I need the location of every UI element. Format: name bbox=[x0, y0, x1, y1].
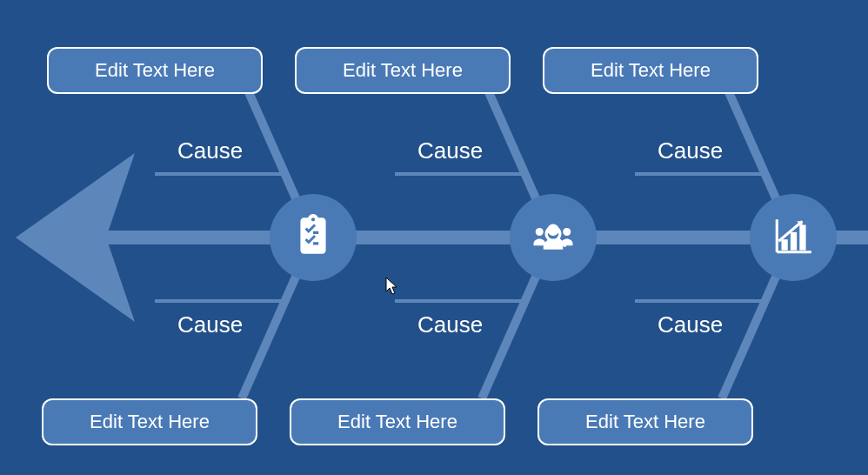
svg-rect-21 bbox=[781, 239, 787, 251]
fishbone-diagram: Edit Text Here Edit Text Here Edit Text … bbox=[0, 0, 868, 475]
mouse-cursor-icon bbox=[385, 277, 397, 294]
cause-label-top-1: Cause bbox=[177, 137, 243, 164]
svg-point-15 bbox=[563, 228, 571, 236]
svg-rect-22 bbox=[791, 232, 797, 251]
cause-box-top-1[interactable]: Edit Text Here bbox=[47, 47, 263, 94]
node-people-search[interactable] bbox=[510, 194, 597, 281]
cause-box-bottom-2[interactable]: Edit Text Here bbox=[290, 398, 505, 445]
cause-label-bottom-1: Cause bbox=[177, 311, 243, 338]
svg-marker-1 bbox=[16, 153, 135, 322]
cause-box-bottom-1[interactable]: Edit Text Here bbox=[42, 398, 257, 445]
bar-chart-arrow-icon bbox=[771, 214, 815, 261]
cause-box-bottom-3[interactable]: Edit Text Here bbox=[537, 398, 753, 445]
cause-box-top-2[interactable]: Edit Text Here bbox=[295, 47, 511, 94]
cause-label-top-3: Cause bbox=[658, 137, 723, 164]
node-bar-chart[interactable] bbox=[750, 194, 837, 281]
cause-label-bottom-2: Cause bbox=[417, 311, 483, 338]
node-checklist[interactable] bbox=[270, 194, 357, 281]
cause-box-top-3[interactable]: Edit Text Here bbox=[543, 47, 758, 94]
svg-point-14 bbox=[536, 228, 544, 236]
cause-label-bottom-3: Cause bbox=[658, 311, 723, 338]
people-search-icon bbox=[530, 212, 577, 263]
cause-label-top-2: Cause bbox=[417, 137, 483, 164]
checklist-icon bbox=[291, 214, 335, 261]
svg-rect-23 bbox=[799, 225, 805, 251]
